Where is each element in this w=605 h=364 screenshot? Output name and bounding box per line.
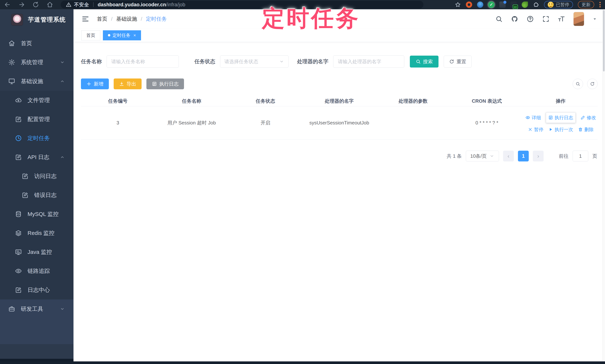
delete-link[interactable]: 删除: [578, 126, 594, 133]
doc-edit-icon: [15, 154, 22, 161]
browser-back-icon[interactable]: [4, 1, 11, 8]
breadcrumb-home[interactable]: 首页: [97, 15, 107, 23]
page-size-value: 10条/页: [470, 153, 487, 159]
col-handler-name: 处理器的名字: [302, 98, 376, 104]
sidebar-item-access-log[interactable]: 访问日志: [0, 167, 74, 186]
extension-orange-icon[interactable]: [466, 1, 472, 8]
edit-link[interactable]: 修改: [580, 114, 596, 122]
help-icon[interactable]: [526, 15, 534, 23]
handler-name-label: 处理器的名字: [297, 58, 328, 65]
sidebar: 芋道管理系统 首页 系统管理 基础设施 文件管理 配置管理: [0, 9, 74, 361]
scrollbar-thumb[interactable]: [603, 10, 605, 71]
export-button[interactable]: 导出: [114, 78, 142, 89]
search-button[interactable]: 搜索: [410, 56, 438, 67]
pause-link[interactable]: 暂停: [528, 126, 543, 133]
add-button[interactable]: 新增: [81, 78, 109, 89]
tab-home[interactable]: 首页: [81, 30, 100, 40]
job-status-placeholder: 请选择任务状态: [224, 58, 258, 65]
row-exec-log-link[interactable]: 执行日志: [546, 112, 576, 123]
profile-paused-chip[interactable]: 已暂停: [544, 1, 573, 8]
browser-menu-dots-icon[interactable]: [599, 1, 601, 8]
export-button-label: 导出: [127, 81, 136, 87]
fullscreen-icon[interactable]: [542, 15, 550, 23]
bookmark-star-icon[interactable]: [455, 1, 461, 8]
caret-down-icon[interactable]: [592, 16, 597, 21]
col-actions: 操作: [524, 98, 598, 104]
sidebar-menu: 首页 系统管理 基础设施 文件管理 配置管理 定时任务: [0, 34, 74, 344]
extensions-puzzle-icon[interactable]: [533, 1, 539, 8]
app-logo-row[interactable]: 芋道管理系统: [0, 9, 74, 27]
font-size-icon[interactable]: [558, 15, 565, 23]
sidebar-item-dev-tools[interactable]: 研发工具: [0, 299, 74, 318]
toggle-search-button[interactable]: [573, 79, 583, 89]
col-handler-param: 处理器的参数: [376, 98, 450, 104]
job-status-label: 任务状态: [194, 58, 215, 65]
extension-grid-icon[interactable]: [499, 1, 506, 8]
run-once-link-label: 执行一次: [554, 126, 573, 133]
browser-update-button[interactable]: 更新: [578, 1, 594, 8]
search-icon[interactable]: [495, 15, 503, 23]
extension-dark-icon[interactable]: on: [511, 1, 517, 8]
address-bar[interactable]: 不安全 dashboard.yudao.iocoder.cn/infra/job: [61, 1, 423, 9]
sidebar-item-file-mgmt[interactable]: 文件管理: [0, 91, 74, 110]
sidebar-item-label: 错误日志: [34, 191, 57, 199]
sidebar-dev-tools-section: 研发工具: [0, 299, 74, 344]
detail-link[interactable]: 详细: [525, 114, 541, 122]
sidebar-item-scheduled-jobs[interactable]: 定时任务: [0, 129, 74, 148]
sidebar-item-infrastructure[interactable]: 基础设施: [0, 72, 74, 91]
cell-job-id: 3: [81, 119, 155, 127]
extension-green-check-icon[interactable]: ✓: [488, 1, 495, 8]
list-icon: [548, 115, 553, 120]
briefcase-icon: [8, 305, 15, 312]
next-page-button[interactable]: ›: [533, 151, 544, 161]
extension-blue-icon[interactable]: [477, 1, 483, 8]
browser-chrome-bar: 不安全 dashboard.yudao.iocoder.cn/infra/job…: [0, 0, 605, 9]
tab-close-icon[interactable]: ×: [133, 33, 136, 38]
col-job-id: 任务编号: [81, 98, 155, 104]
sidebar-item-label: Java 监控: [27, 248, 52, 256]
sidebar-item-label: API 日志: [27, 154, 49, 161]
monitor-icon: [8, 78, 15, 85]
sidebar-item-home[interactable]: 首页: [0, 34, 74, 53]
edit-link-label: 修改: [587, 114, 596, 122]
tab-label: 首页: [86, 32, 95, 38]
menu-fold-icon[interactable]: [81, 15, 90, 23]
browser-forward-icon[interactable]: [18, 1, 25, 8]
extension-leaf-icon[interactable]: [522, 1, 528, 8]
reset-button[interactable]: 重置: [444, 56, 472, 67]
prev-page-button[interactable]: ‹: [503, 151, 514, 161]
sidebar-item-config-mgmt[interactable]: 配置管理: [0, 110, 74, 129]
update-button-label: 更新: [581, 2, 591, 8]
refresh-table-button[interactable]: [587, 79, 598, 89]
goto-page-input[interactable]: [573, 151, 588, 161]
clock-icon: [15, 135, 22, 142]
scrollbar[interactable]: [603, 9, 605, 361]
detail-link-label: 详细: [532, 114, 541, 122]
sidebar-item-api-log[interactable]: API 日志: [0, 148, 74, 167]
page-1-button[interactable]: 1: [518, 151, 529, 161]
handler-name-input[interactable]: [333, 55, 404, 68]
sidebar-item-mysql-monitor[interactable]: MySQL 监控: [0, 205, 74, 223]
col-job-name: 任务名称: [155, 98, 229, 104]
browser-home-icon[interactable]: [47, 1, 53, 8]
sidebar-item-log-center[interactable]: 日志中心: [0, 281, 74, 299]
browser-reload-icon[interactable]: [32, 1, 39, 8]
exec-log-button[interactable]: 执行日志: [146, 78, 184, 89]
sidebar-item-system-mgmt[interactable]: 系统管理: [0, 53, 74, 72]
page-size-select[interactable]: 10条/页: [466, 151, 499, 161]
cell-job-status: 开启: [228, 119, 302, 127]
sidebar-item-redis-monitor[interactable]: Redis 监控: [0, 223, 74, 243]
tab-scheduled-jobs[interactable]: 定时任务 ×: [103, 30, 141, 40]
github-icon[interactable]: [511, 15, 518, 23]
run-once-link[interactable]: 执行一次: [548, 126, 573, 133]
col-cron: CRON 表达式: [450, 98, 524, 104]
sidebar-item-java-monitor[interactable]: Java 监控: [0, 243, 74, 261]
sidebar-item-error-log[interactable]: 错误日志: [0, 186, 74, 205]
user-avatar[interactable]: [573, 12, 584, 26]
sidebar-submenu-infrastructure: 文件管理 配置管理 定时任务 API 日志 访问日志 错误日志: [0, 91, 74, 299]
sidebar-item-tracing[interactable]: 链路追踪: [0, 261, 74, 281]
job-name-input[interactable]: [107, 55, 179, 68]
refresh-icon: [590, 81, 595, 86]
breadcrumb-infrastructure[interactable]: 基础设施: [116, 15, 137, 23]
job-status-select[interactable]: 请选择任务状态: [220, 55, 289, 68]
